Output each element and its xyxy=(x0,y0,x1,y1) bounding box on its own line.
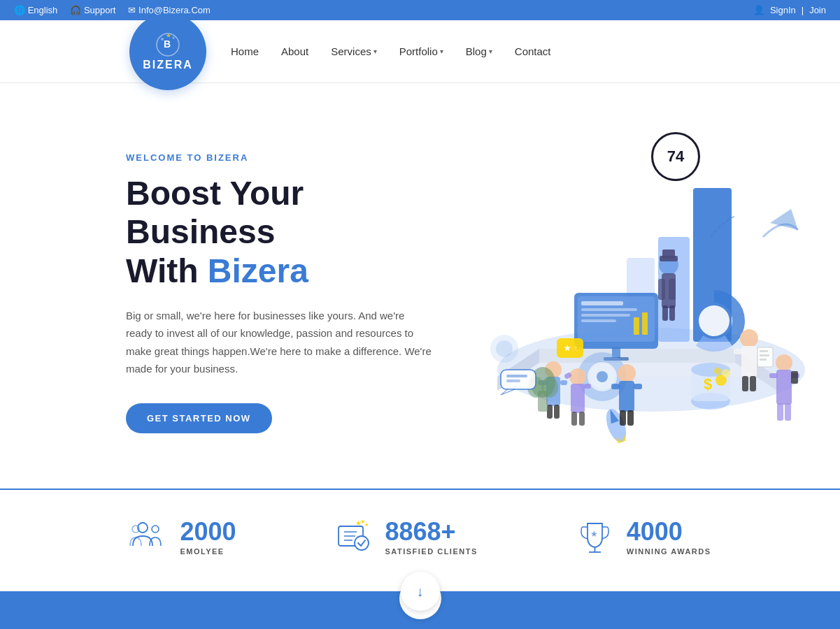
hero-title: Boost Your Business With Bizera xyxy=(126,174,462,290)
svg-rect-65 xyxy=(634,384,642,389)
svg-rect-67 xyxy=(627,410,634,426)
nav-services[interactable]: Services ▾ xyxy=(331,45,377,57)
svg-rect-45 xyxy=(669,279,676,300)
svg-rect-92 xyxy=(506,379,520,382)
stat-awards: ★ 4000 WINNING AWARDS xyxy=(576,518,711,556)
support-link[interactable]: 🎧 Support xyxy=(70,5,115,15)
svg-point-68 xyxy=(740,329,758,347)
cta-button[interactable]: GET STARTED NOW xyxy=(126,403,272,433)
scroll-down-button[interactable]: ↓ xyxy=(401,572,440,611)
svg-rect-69 xyxy=(741,346,757,377)
svg-rect-83 xyxy=(785,403,791,421)
stat-awards-number: 4000 xyxy=(627,519,711,544)
svg-rect-54 xyxy=(547,405,553,419)
nav-portfolio[interactable]: Portfolio ▾ xyxy=(399,45,443,57)
logo-icon: B xyxy=(155,32,180,57)
svg-rect-46 xyxy=(662,305,668,321)
nav-blog[interactable]: Blog ▾ xyxy=(466,45,492,57)
globe-icon: 🌐 xyxy=(14,5,28,15)
logo-text: BIZERA xyxy=(143,59,193,71)
stat-awards-label: WINNING AWARDS xyxy=(627,547,711,556)
svg-rect-70 xyxy=(734,349,742,354)
stat-employees-number: 2000 xyxy=(180,519,236,544)
svg-rect-91 xyxy=(506,375,527,377)
chevron-down-icon: ▾ xyxy=(489,48,492,55)
topbar-right: 👤 SignIn | Join xyxy=(753,5,826,15)
svg-point-56 xyxy=(569,368,586,385)
chevron-down-icon: ▾ xyxy=(373,48,377,55)
hero-illustration: 74 xyxy=(462,125,784,461)
svg-rect-63 xyxy=(619,381,634,412)
svg-rect-14 xyxy=(581,301,623,305)
svg-rect-64 xyxy=(611,384,620,389)
topbar: 🌐 English 🎧 Support ✉ Info@Bizera.Com 👤 … xyxy=(0,0,840,20)
svg-rect-55 xyxy=(554,405,560,419)
svg-point-40 xyxy=(722,369,730,377)
svg-text:⭐: ⭐ xyxy=(571,345,580,353)
hero-subtitle: WELCOME TO BIZERA xyxy=(126,152,462,163)
svg-marker-90 xyxy=(501,389,515,395)
svg-point-41 xyxy=(714,368,721,375)
main-nav: Home About Services ▾ Portfolio ▾ Blog ▾… xyxy=(231,45,551,57)
svg-text:★: ★ xyxy=(564,344,571,352)
hero-section: WELCOME TO BIZERA Boost Your Business Wi… xyxy=(0,83,840,489)
svg-rect-66 xyxy=(620,410,626,426)
svg-rect-72 xyxy=(742,376,748,391)
email-icon: ✉ xyxy=(128,5,138,15)
svg-rect-59 xyxy=(584,384,591,389)
svg-rect-79 xyxy=(776,370,792,405)
hero-content: WELCOME TO BIZERA Boost Your Business Wi… xyxy=(126,152,462,433)
stat-clients: ★ ★ ★ 8868+ SATISFIED CLIENTS xyxy=(334,518,478,556)
svg-rect-77 xyxy=(760,359,767,361)
logo[interactable]: B BIZERA xyxy=(129,13,206,90)
stat-clients-text: 8868+ SATISFIED CLIENTS xyxy=(385,519,478,556)
svg-rect-44 xyxy=(658,279,665,300)
svg-rect-17 xyxy=(581,319,616,322)
svg-rect-61 xyxy=(579,412,585,426)
svg-point-102 xyxy=(355,536,369,550)
svg-rect-18 xyxy=(634,317,639,335)
join-link[interactable]: Join xyxy=(809,5,826,15)
svg-rect-47 xyxy=(669,305,675,321)
nav-about[interactable]: About xyxy=(281,45,308,57)
svg-rect-15 xyxy=(581,308,637,311)
svg-text:$: $ xyxy=(704,375,712,393)
svg-rect-73 xyxy=(750,376,756,391)
header: B BIZERA Home About Services ▾ Portfolio… xyxy=(0,20,840,83)
svg-rect-60 xyxy=(571,412,577,426)
counter-badge: 74 xyxy=(651,132,700,181)
svg-point-62 xyxy=(618,364,636,382)
signin-link[interactable]: SignIn xyxy=(770,5,796,15)
svg-point-24 xyxy=(699,305,729,336)
nav-home[interactable]: Home xyxy=(231,45,259,57)
stat-clients-label: SATISFIED CLIENTS xyxy=(385,547,478,556)
topbar-left: 🌐 English 🎧 Support ✉ Info@Bizera.Com xyxy=(14,5,211,15)
svg-rect-53 xyxy=(560,380,567,385)
stat-clients-number: 8868+ xyxy=(385,519,478,544)
svg-rect-75 xyxy=(760,350,768,352)
stat-employees-text: 2000 EMOLYEE xyxy=(180,519,236,556)
svg-point-27 xyxy=(597,371,608,382)
stat-employees: 2000 EMOLYEE xyxy=(129,518,236,556)
svg-text:★: ★ xyxy=(590,529,598,539)
stat-employees-label: EMOLYEE xyxy=(180,547,236,556)
svg-text:★: ★ xyxy=(364,522,369,527)
svg-rect-57 xyxy=(571,384,585,413)
svg-point-94 xyxy=(496,340,513,357)
people-icon xyxy=(129,518,167,556)
svg-point-3 xyxy=(173,37,175,39)
chevron-down-icon: ▾ xyxy=(440,48,443,55)
trophy-icon: ★ xyxy=(576,518,614,556)
nav-contact[interactable]: Contact xyxy=(515,45,551,57)
svg-rect-16 xyxy=(581,314,630,317)
svg-rect-82 xyxy=(777,403,783,421)
svg-point-78 xyxy=(776,354,792,371)
svg-text:B: B xyxy=(164,38,172,50)
svg-rect-84 xyxy=(791,371,798,384)
headphone-icon: 🎧 xyxy=(70,5,84,15)
arrow-down-icon: ↓ xyxy=(417,584,424,600)
svg-rect-19 xyxy=(642,312,648,335)
stat-awards-text: 4000 WINNING AWARDS xyxy=(627,519,711,556)
language-selector[interactable]: 🌐 English xyxy=(14,5,57,15)
svg-point-88 xyxy=(541,377,558,398)
